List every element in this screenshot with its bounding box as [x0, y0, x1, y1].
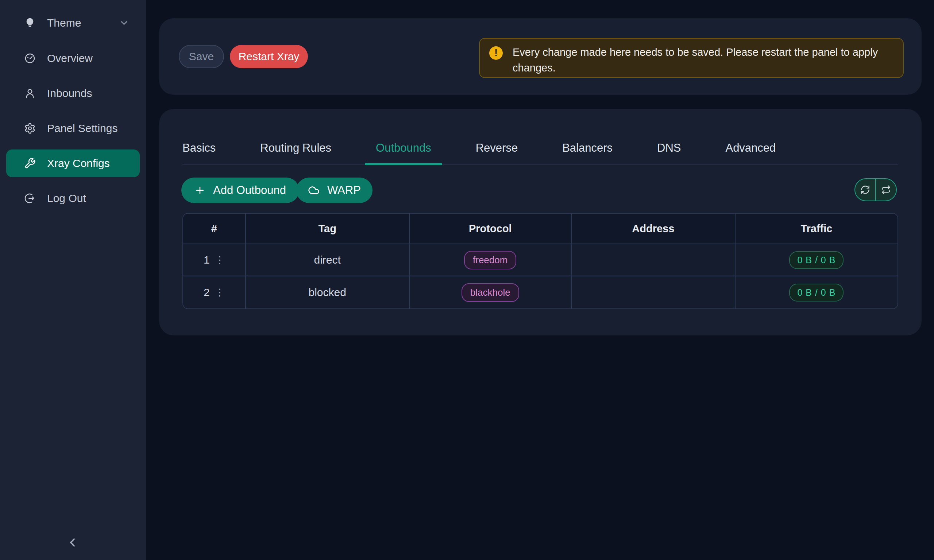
save-button[interactable]: Save	[179, 45, 224, 68]
user-icon	[24, 88, 36, 99]
traffic-badge: 0 B / 0 B	[789, 251, 843, 269]
sidebar-item-inbounds[interactable]: Inbounds	[6, 80, 140, 107]
sidebar-item-log-out[interactable]: Log Out	[6, 185, 140, 212]
outbounds-table: # Tag Protocol Address Traffic 1 ⋮ direc…	[182, 213, 898, 309]
toolbar-card: Save Restart Xray ! Every change made he…	[159, 18, 922, 95]
table-row[interactable]: 1 ⋮ direct freedom 0 B / 0 B	[183, 244, 897, 276]
sidebar-collapse-button[interactable]	[59, 532, 88, 554]
tab-dns[interactable]: DNS	[657, 142, 681, 164]
lightbulb-icon	[24, 17, 36, 29]
add-outbound-button[interactable]: Add Outbound	[181, 178, 299, 203]
repeat-icon	[881, 185, 891, 195]
chevron-left-icon	[66, 535, 80, 549]
restart-warning-alert: ! Every change made here needs to be sav…	[479, 38, 904, 78]
warp-label: WARP	[327, 184, 361, 197]
tab-routing-rules[interactable]: Routing Rules	[260, 142, 331, 164]
tab-advanced[interactable]: Advanced	[725, 142, 776, 164]
restart-xray-button[interactable]: Restart Xray	[230, 45, 308, 68]
sidebar-item-label: Inbounds	[47, 87, 92, 100]
sidebar-item-label: Xray Configs	[47, 157, 110, 169]
column-header-protocol: Protocol	[410, 214, 572, 244]
table-refresh-controls	[854, 178, 897, 201]
xray-config-card: Basics Routing Rules Outbounds Reverse B…	[159, 109, 922, 335]
column-header-address: Address	[572, 214, 735, 244]
table-header-row: # Tag Protocol Address Traffic	[183, 214, 897, 244]
warp-button[interactable]: WARP	[296, 178, 373, 203]
chevron-down-icon	[119, 18, 129, 28]
refresh-icon	[860, 185, 870, 195]
theme-selector[interactable]: Theme	[6, 9, 140, 37]
sidebar-item-label: Overview	[47, 52, 92, 65]
cloud-icon	[308, 185, 320, 196]
theme-label: Theme	[47, 17, 81, 29]
sidebar-item-panel-settings[interactable]: Panel Settings	[6, 114, 140, 142]
sidebar-item-label: Panel Settings	[47, 122, 117, 135]
wrench-icon	[24, 157, 36, 169]
column-header-tag: Tag	[246, 214, 410, 244]
column-header-index: #	[183, 214, 246, 244]
drag-handle-icon[interactable]: ⋮	[215, 255, 225, 265]
tag-cell: direct	[246, 244, 410, 276]
address-cell	[572, 244, 735, 276]
repeat-button[interactable]	[876, 179, 896, 200]
address-cell	[572, 276, 735, 308]
plus-icon	[194, 185, 205, 196]
column-header-traffic: Traffic	[735, 214, 897, 244]
table-row[interactable]: 2 ⋮ blocked blackhole 0 B / 0 B	[183, 276, 897, 308]
tab-outbounds[interactable]: Outbounds	[376, 142, 431, 164]
add-outbound-label: Add Outbound	[213, 184, 286, 197]
config-tab-bar: Basics Routing Rules Outbounds Reverse B…	[182, 109, 898, 165]
gear-icon	[24, 123, 36, 134]
refresh-button[interactable]	[855, 179, 876, 200]
tab-basics[interactable]: Basics	[182, 142, 216, 164]
traffic-badge: 0 B / 0 B	[789, 284, 843, 302]
sidebar: Theme Overview Inbounds	[0, 0, 146, 560]
row-index: 1	[203, 254, 210, 266]
gauge-icon	[24, 52, 36, 64]
tag-cell: blocked	[246, 276, 410, 308]
tab-balancers[interactable]: Balancers	[562, 142, 613, 164]
drag-handle-icon[interactable]: ⋮	[215, 288, 225, 297]
sidebar-item-label: Log Out	[47, 192, 86, 205]
sidebar-item-overview[interactable]: Overview	[6, 45, 140, 72]
logout-icon	[24, 192, 36, 204]
alert-message: Every change made here needs to be saved…	[513, 45, 881, 76]
sidebar-item-xray-configs[interactable]: Xray Configs	[6, 149, 140, 177]
row-index: 2	[203, 286, 210, 298]
protocol-badge: blackhole	[462, 283, 519, 302]
warning-icon: !	[489, 46, 503, 60]
protocol-badge: freedom	[464, 251, 516, 269]
tab-reverse[interactable]: Reverse	[476, 142, 518, 164]
